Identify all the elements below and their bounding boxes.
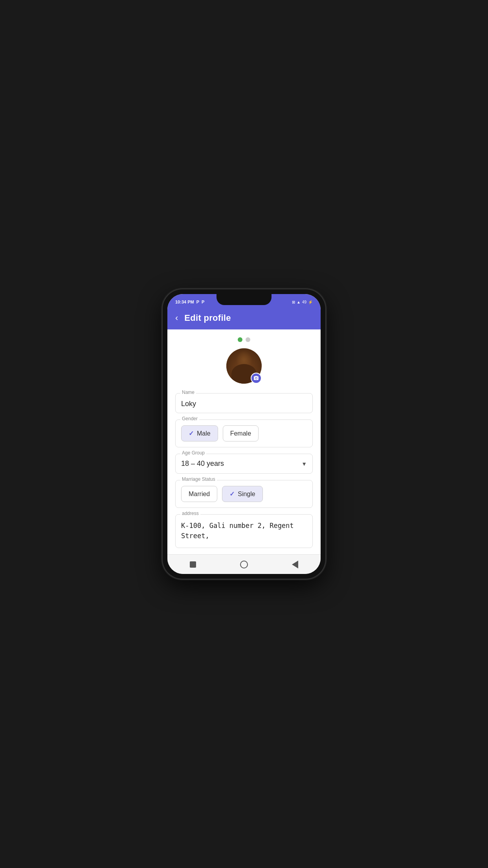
married-button[interactable]: Married (181, 486, 217, 502)
avatar-wrapper (226, 348, 262, 384)
battery-icon: ⚡ (308, 300, 313, 304)
phone-screen: 10:34 PM P P ⊠ ▲ 49 ⚡ ‹ Edit profile (167, 294, 321, 574)
camera-icon (253, 375, 259, 381)
age-group-value: 18 – 40 years (181, 460, 224, 468)
app-icon-p2: P (202, 300, 204, 304)
marriage-status-label: Marriage Status (180, 476, 217, 482)
gender-field-group: Gender ✓ Male Female (175, 419, 313, 447)
gender-female-button[interactable]: Female (223, 425, 259, 441)
step-dot-2 (246, 337, 250, 342)
gender-label: Gender (180, 416, 199, 421)
back-button[interactable]: ‹ (175, 314, 178, 322)
time-display: 10:34 PM (175, 300, 194, 304)
nav-recents-button[interactable] (237, 557, 251, 572)
single-label: Single (238, 491, 255, 498)
status-left: 10:34 PM P P (175, 300, 204, 304)
phone-frame: 10:34 PM P P ⊠ ▲ 49 ⚡ ‹ Edit profile (163, 289, 325, 579)
single-button[interactable]: ✓ Single (222, 486, 262, 502)
male-label: Male (197, 430, 211, 437)
step-dot-1 (238, 337, 242, 342)
age-group-dropdown[interactable]: 18 – 40 years ▼ (176, 454, 312, 473)
address-field-group: address K-100, Gali number 2, Regent Str… (175, 514, 313, 548)
marriage-options: Married ✓ Single (176, 480, 312, 508)
name-field-group: Name (175, 393, 313, 413)
content-area: Name Gender ✓ Male Female Age Gro (167, 329, 321, 554)
notch (216, 294, 272, 305)
marriage-status-field-group: Marriage Status Married ✓ Single (175, 480, 313, 508)
wifi-icon: ▲ (297, 300, 301, 304)
app-header: ‹ Edit profile (167, 308, 321, 329)
circle-icon (240, 561, 248, 568)
nav-back-button[interactable] (288, 557, 302, 572)
camera-button[interactable] (251, 373, 262, 384)
address-input[interactable]: K-100, Gali number 2, Regent Street, (176, 515, 312, 546)
back-triangle-icon (292, 561, 298, 568)
screen-icon: ⊠ (292, 300, 295, 304)
gender-options: ✓ Male Female (176, 420, 312, 447)
single-check: ✓ (229, 490, 235, 498)
status-right: ⊠ ▲ 49 ⚡ (292, 300, 313, 304)
battery-percent: 49 (302, 300, 306, 304)
app-icon-p1: P (196, 300, 199, 304)
male-check: ✓ (189, 430, 194, 437)
nav-home-button[interactable] (186, 557, 200, 572)
bottom-nav (167, 554, 321, 574)
age-group-label: Age Group (180, 450, 206, 456)
avatar-container (175, 348, 313, 384)
square-icon (190, 561, 196, 568)
step-indicators (175, 337, 313, 342)
married-label: Married (189, 491, 210, 498)
page-title: Edit profile (184, 313, 231, 323)
chevron-down-icon: ▼ (301, 461, 307, 467)
female-label: Female (230, 430, 251, 437)
address-label: address (180, 511, 200, 516)
gender-male-button[interactable]: ✓ Male (181, 425, 218, 441)
name-label: Name (180, 390, 196, 395)
age-group-field-group: Age Group 18 – 40 years ▼ (175, 454, 313, 474)
name-input[interactable] (176, 394, 312, 413)
